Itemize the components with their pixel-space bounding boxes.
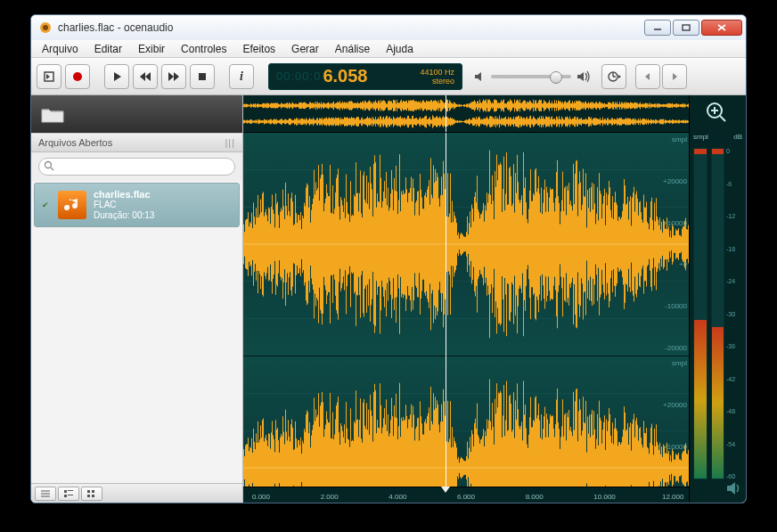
svg-rect-3 (683, 25, 690, 30)
svg-rect-32 (87, 490, 90, 493)
level-meters[interactable] (693, 143, 724, 479)
meter-tick: -48 (726, 408, 742, 414)
volume-slider[interactable] (491, 75, 571, 78)
sidebar-drag-handle-icon[interactable]: ||| (225, 137, 235, 148)
forward-button[interactable] (161, 64, 186, 89)
timeline[interactable]: 0.0002.0004.0006.0008.00010.00012.000 (243, 487, 689, 503)
file-format: FLAC (94, 200, 154, 210)
meter-tick: -36 (726, 343, 742, 349)
channel-right[interactable]: smpl +20000 +10000 +0 -10000 -20000 (243, 356, 689, 503)
menu-edit[interactable]: Editar (87, 42, 129, 56)
svg-marker-40 (727, 482, 735, 495)
menu-controls[interactable]: Controles (174, 42, 233, 56)
speaker-icon[interactable] (726, 481, 742, 495)
time-prefix: 00:00:0 (276, 70, 321, 83)
history-button[interactable] (601, 64, 626, 89)
svg-rect-35 (92, 495, 94, 497)
waveform-channels[interactable]: smpl +20000 +10000 +0 -10000 -20000 smpl (243, 133, 689, 487)
svg-line-37 (720, 116, 725, 121)
timeline-tick: 10.000 (593, 493, 615, 501)
meter-tick: -60 (726, 473, 742, 479)
volume-low-icon (473, 70, 486, 83)
svg-line-24 (51, 168, 53, 170)
nav-forward-button[interactable] (662, 64, 687, 89)
svg-marker-20 (618, 75, 621, 78)
svg-marker-9 (114, 72, 121, 81)
editor-area: smpl +20000 +10000 +0 -10000 -20000 smpl (243, 95, 746, 503)
file-list-item[interactable]: ✔ charlies.flac FLAC Duração: 00:13 (34, 183, 240, 227)
sidebar-header-label: Arquivos Abertos (38, 137, 112, 148)
overview-waveform[interactable] (243, 95, 689, 133)
folder-icon[interactable] (40, 104, 65, 124)
view-grid-button[interactable] (81, 487, 102, 501)
meter-tick: -30 (726, 311, 742, 317)
loop-button[interactable] (37, 64, 61, 89)
window-title: charlies.flac - ocenaudio (58, 21, 644, 34)
view-compact-button[interactable] (58, 487, 79, 501)
meter-tick: -54 (726, 441, 742, 447)
svg-rect-30 (64, 495, 67, 497)
menu-effects[interactable]: Efeitos (235, 42, 282, 56)
menubar: Arquivo Editar Exibir Controles Efeitos … (31, 40, 746, 58)
menu-generate[interactable]: Gerar (284, 42, 326, 56)
rewind-button[interactable] (133, 64, 158, 89)
app-icon (38, 20, 53, 35)
meter-tick: -18 (726, 246, 742, 252)
sidebar-header: Arquivos Abertos ||| (31, 133, 242, 152)
view-list-button[interactable] (35, 487, 56, 501)
menu-file[interactable]: Arquivo (35, 42, 86, 56)
svg-rect-14 (199, 73, 206, 80)
maximize-button[interactable] (673, 20, 699, 36)
sidebar-footer (31, 483, 242, 503)
svg-marker-13 (174, 72, 179, 81)
svg-rect-31 (68, 495, 73, 495)
info-button[interactable]: i (229, 64, 254, 89)
svg-marker-10 (140, 72, 145, 81)
timeline-tick: 2.000 (321, 493, 339, 501)
timeline-tick: 6.000 (457, 493, 475, 501)
meter-tick: -12 (726, 213, 742, 219)
level-meter-left (693, 148, 707, 479)
overview-playhead[interactable] (446, 95, 446, 132)
svg-point-8 (73, 72, 82, 81)
timeline-tick: 12.000 (662, 493, 683, 501)
record-button[interactable] (65, 64, 90, 89)
svg-rect-29 (68, 490, 73, 491)
time-main: 6.058 (323, 66, 367, 86)
meter-unit-label: smpl (693, 133, 708, 141)
svg-marker-16 (577, 72, 584, 81)
sidebar-toolbar (31, 95, 242, 133)
timeline-tick: 8.000 (526, 493, 544, 501)
menu-analysis[interactable]: Análise (328, 42, 377, 56)
level-meter-right (711, 148, 725, 479)
file-name: charlies.flac (94, 189, 154, 200)
channels-label: stereo (420, 77, 454, 86)
channel-left[interactable]: smpl +20000 +10000 +0 -10000 -20000 (243, 133, 689, 356)
search-input[interactable] (38, 158, 235, 176)
timeline-marker-icon[interactable] (441, 487, 450, 493)
close-button[interactable] (701, 20, 742, 36)
svg-point-1 (43, 25, 48, 30)
svg-marker-11 (145, 72, 151, 81)
meter-tick: -42 (726, 376, 742, 382)
time-display[interactable]: 00:00:0 6.058 44100 Hz stereo (268, 63, 462, 90)
play-button[interactable] (104, 64, 129, 89)
file-duration: Duração: 00:13 (94, 210, 154, 221)
timeline-tick: 4.000 (388, 493, 406, 501)
menu-view[interactable]: Exibir (131, 42, 172, 56)
nav-back-button[interactable] (635, 64, 660, 89)
meter-tick: 0 (726, 148, 742, 154)
svg-marker-12 (168, 72, 174, 81)
zoom-tool-icon[interactable] (705, 101, 732, 127)
playhead[interactable] (446, 133, 446, 487)
file-list[interactable]: ✔ charlies.flac FLAC Duração: 00:13 (31, 181, 242, 483)
svg-marker-21 (645, 73, 650, 80)
titlebar[interactable]: charlies.flac - ocenaudio (31, 15, 746, 40)
meter-tick: -24 (726, 278, 742, 284)
menu-help[interactable]: Ajuda (379, 42, 421, 56)
minimize-button[interactable] (644, 20, 671, 36)
meter-db-label: dB (733, 133, 742, 141)
svg-rect-34 (87, 495, 90, 497)
stop-button[interactable] (190, 64, 215, 89)
app-window: charlies.flac - ocenaudio Arquivo Editar… (30, 14, 747, 503)
